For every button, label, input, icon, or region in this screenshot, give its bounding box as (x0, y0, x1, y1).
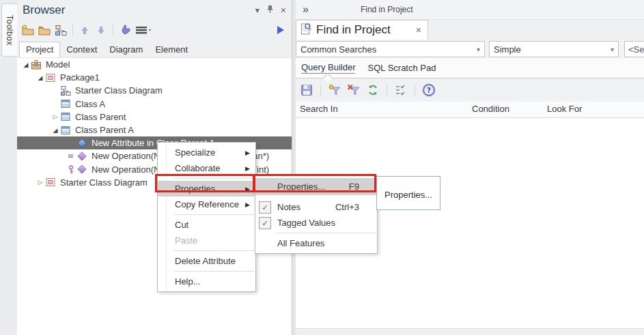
checkmark-icon: ✓ (262, 219, 268, 228)
find-tab-title: Find in Project (316, 23, 391, 37)
expanded-icon[interactable]: ◢ (36, 74, 45, 81)
toolbox-tab[interactable]: Toolbox (1, 3, 17, 57)
submenu-item-all-features[interactable]: All Features (255, 235, 377, 251)
panel-bottom-strip (296, 328, 644, 335)
submenu-item-tagged-values[interactable]: ✓ Tagged Values (255, 215, 377, 231)
find-document-icon (300, 23, 312, 38)
context-menu: Specialize ▶ Collaborate ▶ Properties ▶ … (157, 142, 256, 292)
tree-item-package1[interactable]: ◢ Package1 (17, 71, 292, 84)
tree-item-starter-class-diagram[interactable]: Starter Class Diagram (17, 84, 292, 97)
menu-separator (174, 178, 254, 179)
move-up-icon[interactable] (78, 24, 92, 36)
package-icon (45, 177, 56, 188)
menu-item-paste: Paste (158, 233, 255, 248)
tab-context[interactable]: Context (60, 42, 103, 57)
tab-diagram[interactable]: Diagram (103, 42, 149, 57)
checklist-icon[interactable] (393, 83, 408, 97)
toolbox-tab-label: Toolbox (5, 15, 14, 46)
expand-chevrons-icon[interactable]: » (303, 3, 309, 16)
find-tab-row: Find in Project × (296, 20, 644, 40)
browser-toolbar (17, 20, 292, 40)
column-look-for[interactable]: Look For (547, 104, 582, 114)
tree-item-label: Starter Class Diagram (60, 177, 148, 188)
menu-item-help[interactable]: Help... (158, 274, 255, 289)
find-in-project-panel: » Find in Project Find in Project × Comm… (296, 0, 644, 335)
toolbar-separator (415, 85, 415, 96)
toolbar-separator (72, 25, 73, 35)
class-icon (60, 98, 71, 109)
docked-tab-strip: » Find in Project (296, 0, 644, 20)
submenu-item-notes[interactable]: ✓ Notes Ctrl+3 (255, 199, 377, 215)
menu-item-collaborate[interactable]: Collaborate ▶ (158, 160, 255, 176)
tooltip-label: Properties... (384, 190, 432, 200)
class-icon (60, 125, 71, 136)
expanded-icon[interactable]: ◢ (21, 61, 31, 68)
tab-element[interactable]: Element (149, 42, 194, 57)
collapsed-icon[interactable]: ▷ (36, 179, 45, 186)
tree-item-label: Model (46, 59, 70, 70)
refresh-icon[interactable] (365, 83, 380, 97)
checkbox-checked[interactable]: ✓ (259, 217, 271, 229)
chevron-down-icon: ▾ (477, 46, 480, 53)
tree-item-label: Class Parent (75, 112, 126, 122)
search-type-combo[interactable]: Common Searches ▾ (296, 41, 485, 57)
locate-icon[interactable] (118, 24, 132, 36)
tab-project[interactable]: Project (19, 42, 60, 57)
filter-add-icon[interactable] (327, 83, 342, 97)
properties-tooltip: Properties... (376, 176, 440, 210)
shortcut-label: Ctrl+3 (335, 202, 359, 212)
move-down-icon[interactable] (94, 24, 108, 36)
menu-item-properties[interactable]: Properties ▶ (158, 181, 255, 196)
menu-item-specialize[interactable]: Specialize ▶ (158, 145, 255, 160)
expanded-icon[interactable]: ◢ (51, 127, 60, 134)
help-icon[interactable]: ? (421, 83, 436, 97)
hamburger-menu-icon[interactable] (135, 24, 152, 36)
search-term-input[interactable]: <Sea (624, 41, 644, 57)
pin-icon[interactable] (266, 5, 274, 16)
save-icon[interactable] (299, 83, 314, 97)
column-search-in[interactable]: Search In (300, 104, 338, 114)
search-filter-row: Common Searches ▾ Simple ▾ <Sea (296, 40, 644, 58)
tab-sql-scratch-pad[interactable]: SQL Scratch Pad (367, 63, 436, 73)
checkmark-icon: ✓ (262, 203, 268, 212)
operation-icon (76, 164, 87, 175)
properties-submenu: Properties... F9 ✓ Notes Ctrl+3 ✓ Tagged… (255, 175, 378, 254)
tree-item-class-parent-a[interactable]: ◢ Class Parent A (17, 123, 292, 136)
filter-remove-icon[interactable] (346, 83, 361, 97)
search-mode-combo[interactable]: Simple ▾ (489, 41, 619, 57)
app-window: Toolbox Browser ▾ × (0, 0, 644, 335)
submenu-arrow-icon: ▶ (245, 186, 250, 192)
tree-item-label: Starter Class Diagram (75, 85, 163, 96)
diagram-icon[interactable] (54, 24, 68, 36)
menu-item-copy-reference[interactable]: Copy Reference ▶ (158, 196, 255, 212)
menu-item-cut[interactable]: Cut (158, 217, 255, 233)
submenu-item-properties[interactable]: Properties... F9 (255, 178, 377, 195)
docked-tab-label[interactable]: Find in Project (361, 5, 413, 14)
close-icon[interactable]: × (414, 25, 423, 35)
find-in-project-tab[interactable]: Find in Project × (296, 20, 428, 40)
close-icon[interactable]: × (281, 5, 286, 16)
submenu-arrow-icon: ▶ (245, 165, 250, 172)
shortcut-label: F9 (349, 181, 359, 192)
menu-separator (174, 250, 254, 251)
tree-item-label: Class Parent A (75, 125, 134, 135)
tree-item-model[interactable]: ◢ Model (17, 58, 292, 71)
query-toolbar: ? (296, 78, 644, 102)
play-icon[interactable] (274, 24, 288, 36)
window-dropdown-icon[interactable]: ▾ (255, 5, 260, 15)
submenu-arrow-icon: ▶ (245, 201, 250, 208)
tree-item-class-parent[interactable]: ▷ Class Parent (17, 111, 292, 123)
column-condition[interactable]: Condition (472, 104, 509, 114)
checkbox-checked[interactable]: ✓ (259, 201, 271, 214)
tree-item-class-a[interactable]: Class A (17, 98, 292, 111)
menu-item-delete-attribute[interactable]: Delete Attribute (158, 253, 255, 269)
model-icon (31, 59, 42, 70)
operation-icon (76, 151, 87, 162)
chevron-down-icon: ▾ (611, 46, 614, 53)
toolbar-separator (320, 85, 321, 96)
new-model-folder-icon[interactable] (21, 24, 35, 36)
folder-icon[interactable] (38, 24, 51, 36)
tab-query-builder[interactable]: Query Builder (301, 62, 355, 74)
collapsed-icon[interactable]: ▷ (51, 113, 60, 120)
browser-title: Browser (23, 3, 65, 17)
